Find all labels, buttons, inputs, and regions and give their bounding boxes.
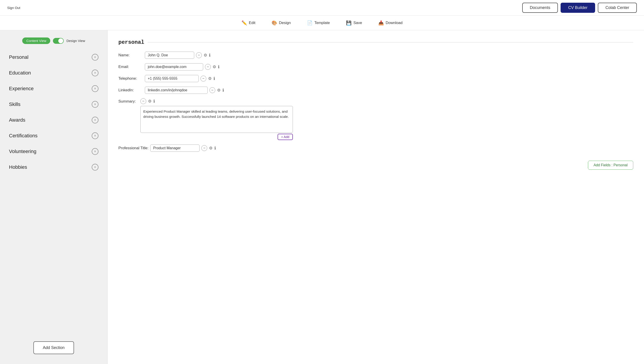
sidebar-item-education-label: Education	[9, 70, 31, 76]
download-icon: 📥	[378, 20, 384, 26]
summary-textarea[interactable]: Experienced Product Manager skilled at l…	[140, 106, 293, 133]
add-section-container: Add Section	[0, 336, 108, 359]
sidebar-item-awards[interactable]: Awards ×	[4, 112, 104, 128]
toolbar-edit-label: Edit	[249, 21, 256, 25]
remove-certifications-button[interactable]: ×	[92, 132, 98, 139]
professional-title-field-row: Professional Title: − ⚙ ℹ	[118, 145, 633, 152]
remove-experience-button[interactable]: ×	[92, 85, 98, 92]
summary-label: Summary:	[118, 98, 138, 104]
top-nav: Sign Out Documents CV Builder Colab Cent…	[0, 0, 644, 16]
toolbar-save[interactable]: 💾 Save	[343, 19, 365, 27]
sidebar-item-hobbies[interactable]: Hobbies ×	[4, 159, 104, 175]
add-fields-personal-button[interactable]: Add Fields : Personal	[588, 161, 633, 170]
save-icon: 💾	[346, 20, 352, 26]
email-input[interactable]	[145, 63, 203, 71]
add-section-button[interactable]: Add Section	[34, 341, 74, 354]
sidebar-item-personal[interactable]: Personal ×	[4, 49, 104, 65]
email-info-icon[interactable]: ℹ	[218, 64, 220, 69]
telephone-field-row: Telephone: − ⚙ ℹ	[118, 75, 633, 82]
sign-out-link[interactable]: Sign Out	[7, 6, 20, 10]
cv-builder-button[interactable]: CV Builder	[560, 3, 595, 13]
email-remove-button[interactable]: −	[205, 64, 211, 70]
sidebar-item-personal-label: Personal	[9, 54, 28, 60]
summary-gear-icon[interactable]: ⚙	[148, 99, 152, 104]
telephone-label: Telephone:	[118, 76, 143, 81]
design-view-label: Design View	[66, 39, 85, 43]
plus-add-button[interactable]: + Add	[278, 134, 293, 140]
toolbar-design[interactable]: 🎨 Design	[269, 19, 294, 27]
sidebar-item-experience-label: Experience	[9, 86, 34, 92]
sidebar-item-certifications[interactable]: Certifications ×	[4, 128, 104, 144]
name-input[interactable]	[145, 52, 194, 59]
professional-title-gear-icon[interactable]: ⚙	[209, 146, 212, 151]
template-icon: 📄	[307, 20, 312, 26]
toolbar-save-label: Save	[354, 21, 362, 25]
email-gear-icon[interactable]: ⚙	[212, 64, 216, 69]
sidebar-item-skills[interactable]: Skills ×	[4, 97, 104, 112]
section-title-line	[148, 42, 633, 43]
name-info-icon[interactable]: ℹ	[209, 53, 210, 58]
linkedin-label: LinkedIn:	[118, 88, 143, 93]
toolbar: ✏️ Edit 🎨 Design 📄 Template 💾 Save 📥 Dow…	[0, 16, 644, 30]
content-view-label: Content View	[22, 38, 50, 44]
linkedin-field-row: LinkedIn: − ⚙ ℹ	[118, 87, 633, 94]
telephone-info-icon[interactable]: ℹ	[214, 76, 215, 81]
documents-button[interactable]: Documents	[522, 3, 558, 13]
sidebar-item-certifications-label: Certifications	[9, 133, 38, 139]
colab-center-button[interactable]: Colab Center	[598, 3, 637, 13]
remove-volunteering-button[interactable]: ×	[92, 148, 98, 155]
sidebar-item-education[interactable]: Education ×	[4, 65, 104, 81]
sidebar-item-volunteering-label: Volunteering	[9, 149, 36, 154]
email-label: Email:	[118, 65, 143, 69]
linkedin-remove-button[interactable]: −	[210, 87, 215, 93]
summary-controls: − ⚙ ℹ Experienced Product Manager skille…	[140, 98, 293, 140]
summary-info-icon[interactable]: ℹ	[154, 99, 155, 104]
sidebar-item-awards-label: Awards	[9, 117, 25, 123]
linkedin-input[interactable]	[145, 87, 208, 94]
content-area: personal Name: − ⚙ ℹ Email: − ⚙ ℹ Teleph…	[108, 30, 644, 364]
nav-buttons: Documents CV Builder Colab Center	[522, 3, 637, 13]
view-toggle: Content View Design View	[0, 35, 108, 49]
telephone-input[interactable]	[145, 75, 199, 82]
sidebar-item-skills-label: Skills	[9, 101, 20, 107]
sidebar-item-volunteering[interactable]: Volunteering ×	[4, 144, 104, 159]
toolbar-download-label: Download	[386, 21, 403, 25]
summary-field-row: Summary: − ⚙ ℹ Experienced Product Manag…	[118, 98, 633, 140]
name-remove-button[interactable]: −	[196, 52, 202, 58]
name-gear-icon[interactable]: ⚙	[204, 53, 207, 58]
professional-title-input[interactable]	[150, 145, 200, 152]
section-title: personal	[118, 39, 633, 45]
remove-awards-button[interactable]: ×	[92, 117, 98, 123]
name-field-row: Name: − ⚙ ℹ	[118, 52, 633, 59]
toggle-knob	[58, 38, 63, 43]
edit-icon: ✏️	[242, 20, 247, 26]
sidebar-item-experience[interactable]: Experience ×	[4, 81, 104, 97]
toolbar-template-label: Template	[314, 21, 330, 25]
email-field-row: Email: − ⚙ ℹ	[118, 63, 633, 71]
professional-title-remove-button[interactable]: −	[201, 145, 207, 151]
toolbar-template[interactable]: 📄 Template	[304, 19, 332, 27]
professional-title-info-icon[interactable]: ℹ	[214, 146, 216, 151]
view-toggle-switch[interactable]	[53, 38, 64, 44]
summary-top-controls: − ⚙ ℹ	[140, 98, 293, 104]
linkedin-gear-icon[interactable]: ⚙	[217, 88, 221, 93]
remove-hobbies-button[interactable]: ×	[92, 164, 98, 171]
summary-remove-button[interactable]: −	[140, 98, 146, 104]
add-fields-container: Add Fields : Personal	[118, 157, 633, 170]
professional-title-label: Professional Title:	[118, 146, 148, 150]
remove-skills-button[interactable]: ×	[92, 101, 98, 108]
sidebar: Content View Design View Personal × Educ…	[0, 30, 108, 364]
remove-personal-button[interactable]: ×	[92, 54, 98, 61]
main-layout: Content View Design View Personal × Educ…	[0, 30, 644, 364]
design-icon: 🎨	[272, 20, 277, 26]
name-label: Name:	[118, 53, 143, 58]
linkedin-info-icon[interactable]: ℹ	[222, 88, 224, 93]
sidebar-item-hobbies-label: Hobbies	[9, 164, 27, 170]
remove-education-button[interactable]: ×	[92, 70, 98, 76]
telephone-gear-icon[interactable]: ⚙	[208, 76, 212, 81]
toolbar-download[interactable]: 📥 Download	[376, 19, 406, 27]
sidebar-items: Personal × Education × Experience × Skil…	[0, 49, 108, 336]
toolbar-design-label: Design	[279, 21, 291, 25]
toolbar-edit[interactable]: ✏️ Edit	[239, 19, 258, 27]
telephone-remove-button[interactable]: −	[200, 76, 206, 82]
